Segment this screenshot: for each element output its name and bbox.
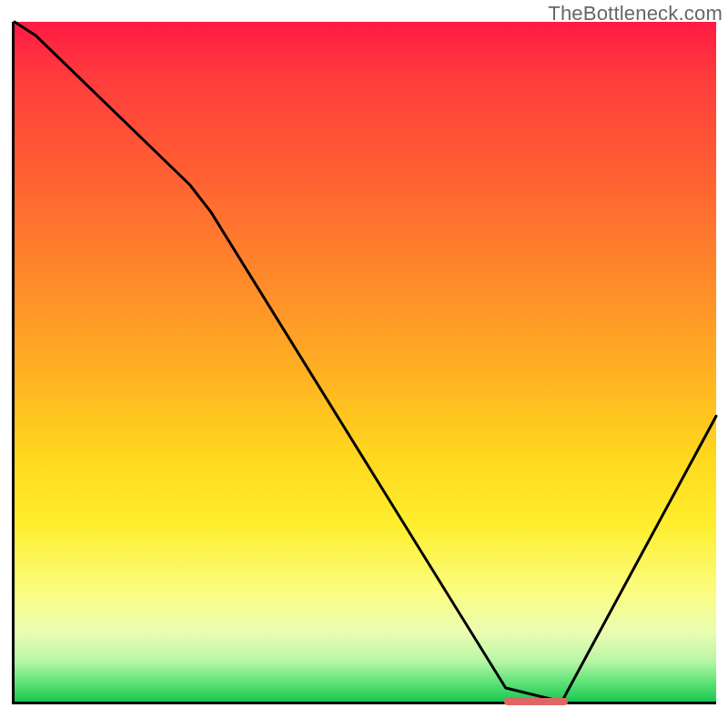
chart-frame: [12, 22, 716, 704]
chart-line-layer: [15, 22, 716, 702]
chart-curve: [15, 22, 716, 702]
chart-optimal-marker: [504, 698, 568, 705]
